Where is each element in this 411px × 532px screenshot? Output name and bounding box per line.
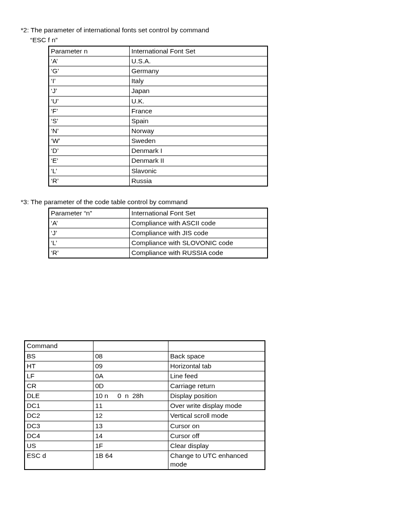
cell: ‘E’ (49, 156, 130, 166)
cell: ‘G’ (49, 66, 130, 76)
cell: Parameter n (49, 46, 130, 56)
cell: ‘R’ (49, 176, 130, 186)
cell: ‘J’ (49, 86, 130, 96)
cell: 1B 64 (93, 451, 168, 470)
cell: ‘U’ (49, 96, 130, 106)
cell: Vertical scroll mode (168, 411, 265, 421)
table-row: ‘I’Italy (49, 76, 268, 86)
table-row: HT09Horizontal tab (25, 361, 265, 371)
table-row: ‘A’Compliance with ASCII code (49, 218, 268, 228)
cell: DC3 (25, 421, 93, 431)
cell: ‘L’ (49, 238, 130, 248)
cell: ‘A’ (49, 218, 130, 228)
cell: Clear display (168, 441, 265, 451)
table-row: DC111Over write display mode (25, 401, 265, 411)
table-row: Parameter n International Font Set (49, 46, 268, 56)
table-row: DC414Cursor off (25, 431, 265, 441)
table-row: ‘J’Japan (49, 86, 268, 96)
cell: ‘F’ (49, 106, 130, 116)
cell: 0D (93, 381, 168, 391)
cell: Cursor off (168, 431, 265, 441)
cell: Display position (168, 391, 265, 401)
table-code-table-control: Parameter “n” International Font Set ‘A’… (48, 208, 268, 259)
section2-heading: *3: The parameter of the code table cont… (21, 198, 390, 207)
table-row: DLE10 n 0 n 28hDisplay position (25, 391, 265, 401)
cell: Parameter “n” (49, 208, 130, 218)
cell: Back space (168, 351, 265, 361)
cell: LF (25, 371, 93, 381)
cell: Denmark I (130, 146, 268, 156)
cell: Germany (130, 66, 268, 76)
table-row: ‘S’Spain (49, 116, 268, 126)
cell (93, 341, 168, 351)
table-row: ‘N’Norway (49, 126, 268, 136)
cell: Carriage return (168, 381, 265, 391)
cell: Spain (130, 116, 268, 126)
table-row: ‘G’Germany (49, 66, 268, 76)
cell: Cursor on (168, 421, 265, 431)
table-row: ‘R’Russia (49, 176, 268, 186)
cell: Horizontal tab (168, 361, 265, 371)
table-row: ‘U’U.K. (49, 96, 268, 106)
cell: DC1 (25, 401, 93, 411)
table-row: ‘A’U.S.A. (49, 56, 268, 66)
cell: 0A (93, 371, 168, 381)
section1-subheading: “ESC f n” (30, 36, 390, 45)
section1-heading: *2: The parameter of international fonts… (21, 26, 390, 35)
cell: Japan (130, 86, 268, 96)
cell: DC4 (25, 431, 93, 441)
cell: U.K. (130, 96, 268, 106)
table-row: ‘J’Compliance with JIS code (49, 228, 268, 238)
table-row: ‘W’Sweden (49, 136, 268, 146)
cell: Change to UTC enhanced mode (168, 451, 265, 470)
cell: 1F (93, 441, 168, 451)
cell: International Font Set (130, 208, 268, 218)
cell: ‘R’ (49, 248, 130, 258)
table-row: Command (25, 341, 265, 351)
cell: 12 (93, 411, 168, 421)
cell: ‘S’ (49, 116, 130, 126)
cell: Italy (130, 76, 268, 86)
cell: Over write display mode (168, 401, 265, 411)
table-row: ‘D’Denmark I (49, 146, 268, 156)
table-row: BS08Back space (25, 351, 265, 361)
cell: Russia (130, 176, 268, 186)
cell: ‘A’ (49, 56, 130, 66)
cell: Norway (130, 126, 268, 136)
table-international-font-set: Parameter n International Font Set ‘A’U.… (48, 46, 268, 187)
cell: BS (25, 351, 93, 361)
table-row: DC212Vertical scroll mode (25, 411, 265, 421)
cell: Command (25, 341, 93, 351)
cell: US (25, 441, 93, 451)
cell: HT (25, 361, 93, 371)
table-row: ‘L’Compliance with SLOVONIC code (49, 238, 268, 248)
cell: Compliance with RUSSIA code (130, 248, 268, 258)
cell: ‘J’ (49, 228, 130, 238)
cell: Sweden (130, 136, 268, 146)
table-row: Parameter “n” International Font Set (49, 208, 268, 218)
cell: DLE (25, 391, 93, 401)
cell: ESC d (25, 451, 93, 470)
cell: 13 (93, 421, 168, 431)
table-row: CR0DCarriage return (25, 381, 265, 391)
table-row: ‘R’Compliance with RUSSIA code (49, 248, 268, 258)
cell: Compliance with JIS code (130, 228, 268, 238)
table-row: ‘E’Denmark II (49, 156, 268, 166)
cell: ‘N’ (49, 126, 130, 136)
table-commands: Command BS08Back space HT09Horizontal ta… (24, 340, 265, 470)
cell: ‘L’ (49, 166, 130, 176)
cell: ‘W’ (49, 136, 130, 146)
cell: France (130, 106, 268, 116)
cell: 11 (93, 401, 168, 411)
table-row: LF0ALine feed (25, 371, 265, 381)
cell: Denmark II (130, 156, 268, 166)
cell: ‘I’ (49, 76, 130, 86)
cell: 09 (93, 361, 168, 371)
table-row: ‘L’Slavonic (49, 166, 268, 176)
cell: Compliance with SLOVONIC code (130, 238, 268, 248)
cell: CR (25, 381, 93, 391)
table-row: DC313Cursor on (25, 421, 265, 431)
cell: U.S.A. (130, 56, 268, 66)
cell: Line feed (168, 371, 265, 381)
cell: 08 (93, 351, 168, 361)
